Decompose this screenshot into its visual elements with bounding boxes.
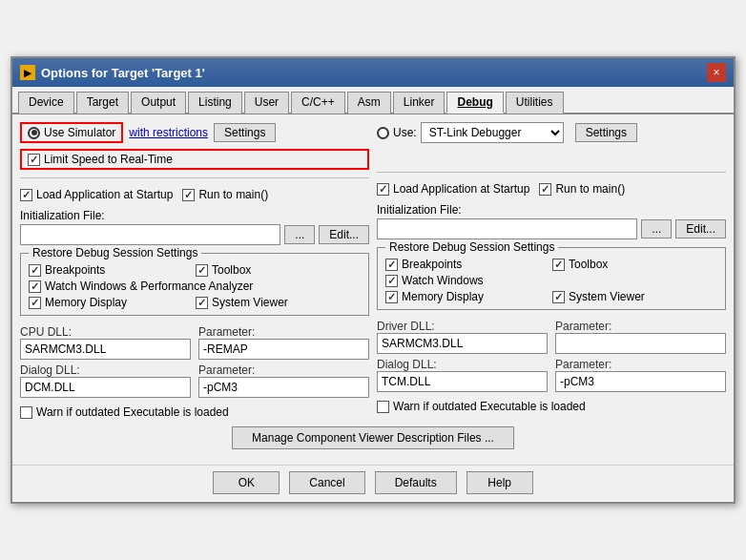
right-watch-checkbox[interactable]: [385, 275, 398, 287]
two-column-layout: Use Simulator with restrictions Settings…: [20, 122, 726, 419]
right-browse-button[interactable]: ...: [641, 219, 672, 239]
right-edit-button[interactable]: Edit...: [675, 219, 726, 239]
left-dialog-dll-label: Dialog DLL:: [20, 363, 191, 377]
dialog-title: Options for Target 'Target 1': [41, 66, 205, 80]
tab-target[interactable]: Target: [76, 92, 129, 114]
left-run-to-main-label: Run to main(): [198, 188, 268, 201]
left-dialog-dll-input[interactable]: [20, 377, 191, 398]
right-toolbox-checkbox[interactable]: [552, 259, 565, 271]
right-breakpoints-label: Breakpoints: [402, 258, 462, 271]
left-load-app-row: Load Application at Startup: [20, 188, 173, 201]
right-settings-button[interactable]: Settings: [575, 123, 637, 142]
left-run-to-main-checkbox[interactable]: [182, 189, 195, 201]
title-bar-left: ▶ Options for Target 'Target 1': [20, 65, 205, 80]
with-restrictions-link[interactable]: with restrictions: [129, 126, 208, 139]
right-driver-param-label: Parameter:: [555, 320, 726, 333]
right-dialog-dll-input[interactable]: [377, 371, 548, 392]
left-init-row: ... Edit...: [20, 224, 369, 245]
defaults-button[interactable]: Defaults: [375, 471, 457, 494]
left-cpu-param-input[interactable]: [198, 339, 369, 360]
left-toolbox-label: Toolbox: [212, 263, 251, 277]
left-dialog-param-input[interactable]: [198, 377, 369, 398]
left-dialog-param-label: Parameter:: [198, 363, 369, 377]
right-driver-dll-input[interactable]: [377, 333, 548, 354]
tab-device[interactable]: Device: [18, 92, 74, 114]
left-settings-button[interactable]: Settings: [214, 123, 276, 142]
right-run-to-main-checkbox[interactable]: [539, 183, 551, 196]
tab-listing[interactable]: Listing: [188, 92, 242, 114]
right-restore-content: Breakpoints Toolbox Watch Windows: [385, 258, 717, 303]
right-memory-label: Memory Display: [402, 290, 484, 303]
tab-utilities[interactable]: Utilities: [506, 92, 564, 114]
left-system-checkbox[interactable]: [196, 297, 208, 309]
limit-speed-label: Limit Speed to Real-Time: [44, 153, 173, 166]
right-dialog-inputs: [377, 371, 726, 392]
manage-button[interactable]: Manage Component Viewer Description File…: [232, 426, 514, 449]
right-run-to-main-label: Run to main(): [555, 182, 625, 196]
left-toolbox-checkbox[interactable]: [196, 264, 208, 277]
left-restore-checkboxes: Breakpoints Toolbox: [29, 263, 361, 277]
left-memory-checkbox[interactable]: [29, 297, 41, 309]
right-warn-checkbox[interactable]: [377, 401, 389, 413]
tab-asm[interactable]: Asm: [347, 92, 391, 114]
left-warn-checkbox[interactable]: [20, 406, 32, 419]
left-restore-content: Breakpoints Toolbox Watch Windows & Perf…: [29, 263, 361, 309]
left-restore-title: Restore Debug Session Settings: [29, 246, 201, 259]
right-driver-param-input[interactable]: [555, 333, 726, 354]
left-watch-checkbox[interactable]: [29, 280, 41, 293]
tab-cpp[interactable]: C/C++: [291, 92, 345, 114]
right-restore-group: Restore Debug Session Settings Breakpoin…: [377, 247, 726, 310]
right-load-app-row: Load Application at Startup: [377, 182, 529, 196]
right-debugger-select[interactable]: ST-Link Debugger: [421, 122, 564, 143]
tab-debug[interactable]: Debug: [446, 92, 503, 114]
right-memory-checkbox[interactable]: [385, 291, 398, 303]
left-breakpoints-row: Breakpoints: [29, 263, 194, 277]
tab-linker[interactable]: Linker: [393, 92, 446, 114]
left-breakpoints-checkbox[interactable]: [29, 264, 41, 277]
right-memory-system-row: Memory Display System Viewer: [385, 290, 717, 303]
left-dialog-labels: Dialog DLL: Parameter:: [20, 363, 369, 377]
left-warn-label: Warn if outdated Executable is loaded: [36, 405, 229, 419]
right-driver-dll-label: Driver DLL:: [377, 320, 548, 333]
dialog: ▶ Options for Target 'Target 1' × Device…: [10, 56, 736, 504]
use-simulator-radio[interactable]: [28, 127, 40, 139]
right-load-app-label: Load Application at Startup: [393, 182, 529, 196]
right-panel: Use: ST-Link Debugger Settings Load Appl…: [377, 122, 726, 419]
right-watch-row: Watch Windows: [385, 274, 717, 287]
right-restore-checkboxes: Breakpoints Toolbox: [385, 258, 717, 271]
left-restore-group: Restore Debug Session Settings Breakpoin…: [20, 253, 369, 316]
left-system-row: System Viewer: [196, 296, 361, 309]
limit-speed-checkbox[interactable]: [28, 154, 40, 166]
tab-output[interactable]: Output: [131, 92, 186, 114]
right-load-app-checkbox[interactable]: [377, 183, 389, 196]
right-dll-labels: Driver DLL: Parameter:: [377, 320, 726, 333]
left-init-input[interactable]: [20, 224, 280, 245]
left-browse-button[interactable]: ...: [284, 225, 315, 244]
right-watch-label: Watch Windows: [402, 274, 484, 287]
right-run-to-main-row: Run to main(): [539, 182, 625, 196]
right-memory-row: Memory Display: [385, 290, 550, 303]
help-button[interactable]: Help: [466, 471, 533, 494]
cancel-button[interactable]: Cancel: [289, 471, 364, 494]
left-warn-row: Warn if outdated Executable is loaded: [20, 405, 369, 419]
left-watch-label: Watch Windows & Performance Analyzer: [45, 280, 253, 293]
ok-button[interactable]: OK: [213, 471, 280, 494]
left-init-label: Initialization File:: [20, 209, 369, 222]
right-dialog-param-input[interactable]: [555, 371, 726, 392]
right-system-checkbox[interactable]: [552, 291, 565, 303]
close-button[interactable]: ×: [707, 63, 726, 82]
left-cpu-dll-label: CPU DLL:: [20, 325, 191, 339]
left-memory-system-row: Memory Display System Viewer: [29, 296, 361, 309]
bottom-bar: OK Cancel Defaults Help: [12, 465, 734, 502]
app-icon: ▶: [20, 65, 35, 80]
left-cpu-dll-input[interactable]: [20, 339, 191, 360]
right-dialog-dll-label: Dialog DLL:: [377, 358, 548, 371]
left-load-app-checkbox[interactable]: [20, 189, 32, 201]
right-init-input[interactable]: [377, 218, 637, 239]
right-use-radio[interactable]: [377, 127, 389, 139]
left-edit-button[interactable]: Edit...: [319, 225, 369, 244]
tab-user[interactable]: User: [244, 92, 289, 114]
left-load-app-label: Load Application at Startup: [36, 188, 173, 201]
right-breakpoints-checkbox[interactable]: [385, 259, 398, 271]
left-init-file-section: Initialization File: ... Edit...: [20, 209, 369, 245]
